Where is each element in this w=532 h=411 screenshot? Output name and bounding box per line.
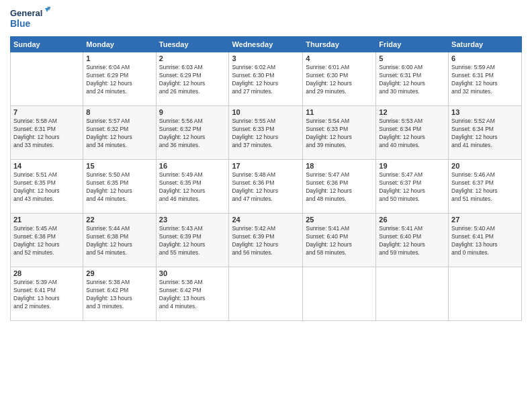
calendar-header-thursday: Thursday (303, 37, 376, 52)
day-number: 8 (86, 108, 152, 116)
day-number: 4 (306, 54, 373, 62)
day-number: 29 (86, 269, 152, 277)
day-info: Sunrise: 5:41 AM Sunset: 6:40 PM Dayligh… (306, 225, 373, 257)
svg-text:General: General (10, 8, 42, 18)
day-number: 16 (159, 162, 226, 170)
day-number: 24 (232, 216, 300, 224)
day-info: Sunrise: 5:48 AM Sunset: 6:36 PM Dayligh… (232, 171, 300, 203)
day-number: 10 (232, 108, 300, 116)
day-number: 6 (451, 54, 519, 62)
day-info: Sunrise: 5:46 AM Sunset: 6:37 PM Dayligh… (451, 171, 519, 203)
day-number: 30 (159, 269, 226, 277)
day-number: 17 (232, 162, 300, 170)
day-info: Sunrise: 5:51 AM Sunset: 6:35 PM Dayligh… (13, 171, 80, 203)
day-number: 1 (86, 54, 152, 62)
calendar-cell: 15Sunrise: 5:50 AM Sunset: 6:35 PM Dayli… (83, 160, 156, 214)
day-info: Sunrise: 6:03 AM Sunset: 6:29 PM Dayligh… (159, 64, 226, 96)
calendar-cell: 11Sunrise: 5:54 AM Sunset: 6:33 PM Dayli… (303, 106, 376, 160)
calendar-cell: 9Sunrise: 5:56 AM Sunset: 6:32 PM Daylig… (156, 106, 229, 160)
svg-text:Blue: Blue (10, 18, 31, 29)
day-number: 5 (379, 54, 445, 62)
day-number: 20 (451, 162, 519, 170)
calendar-cell: 5Sunrise: 6:00 AM Sunset: 6:31 PM Daylig… (376, 52, 449, 106)
day-info: Sunrise: 5:47 AM Sunset: 6:37 PM Dayligh… (379, 171, 445, 203)
calendar-cell (303, 267, 376, 321)
calendar-cell: 1Sunrise: 6:04 AM Sunset: 6:29 PM Daylig… (83, 52, 156, 106)
day-info: Sunrise: 6:01 AM Sunset: 6:30 PM Dayligh… (306, 64, 373, 96)
logo-icon: General Blue (10, 7, 50, 31)
calendar-week-row: 21Sunrise: 5:45 AM Sunset: 6:38 PM Dayli… (11, 214, 522, 267)
calendar-cell: 13Sunrise: 5:52 AM Sunset: 6:34 PM Dayli… (449, 106, 522, 160)
day-info: Sunrise: 5:56 AM Sunset: 6:32 PM Dayligh… (159, 118, 226, 150)
calendar-header-monday: Monday (83, 37, 156, 52)
calendar-cell (449, 267, 522, 321)
day-info: Sunrise: 5:54 AM Sunset: 6:33 PM Dayligh… (306, 118, 373, 150)
calendar-cell: 17Sunrise: 5:48 AM Sunset: 6:36 PM Dayli… (229, 160, 303, 214)
page: General Blue SundayMondayTuesdayWednesda… (0, 0, 532, 411)
calendar-cell: 4Sunrise: 6:01 AM Sunset: 6:30 PM Daylig… (303, 52, 376, 106)
calendar-cell: 28Sunrise: 5:39 AM Sunset: 6:41 PM Dayli… (11, 267, 83, 321)
day-info: Sunrise: 6:02 AM Sunset: 6:30 PM Dayligh… (232, 64, 300, 96)
day-info: Sunrise: 5:47 AM Sunset: 6:36 PM Dayligh… (306, 171, 373, 203)
day-info: Sunrise: 5:55 AM Sunset: 6:33 PM Dayligh… (232, 118, 300, 150)
day-info: Sunrise: 6:04 AM Sunset: 6:29 PM Dayligh… (86, 64, 152, 96)
calendar-cell: 26Sunrise: 5:41 AM Sunset: 6:40 PM Dayli… (376, 214, 449, 267)
calendar-header-wednesday: Wednesday (229, 37, 303, 52)
day-number: 19 (379, 162, 445, 170)
calendar-cell: 12Sunrise: 5:53 AM Sunset: 6:34 PM Dayli… (376, 106, 449, 160)
day-number: 28 (13, 269, 80, 277)
calendar-cell: 3Sunrise: 6:02 AM Sunset: 6:30 PM Daylig… (229, 52, 303, 106)
calendar-cell: 2Sunrise: 6:03 AM Sunset: 6:29 PM Daylig… (156, 52, 229, 106)
logo: General Blue (10, 7, 50, 31)
day-number: 22 (86, 216, 152, 224)
calendar-week-row: 1Sunrise: 6:04 AM Sunset: 6:29 PM Daylig… (11, 52, 522, 106)
day-info: Sunrise: 5:58 AM Sunset: 6:31 PM Dayligh… (13, 118, 80, 150)
calendar-cell: 20Sunrise: 5:46 AM Sunset: 6:37 PM Dayli… (449, 160, 522, 214)
day-info: Sunrise: 5:49 AM Sunset: 6:35 PM Dayligh… (159, 171, 226, 203)
calendar-cell: 14Sunrise: 5:51 AM Sunset: 6:35 PM Dayli… (11, 160, 83, 214)
calendar-cell: 30Sunrise: 5:38 AM Sunset: 6:42 PM Dayli… (156, 267, 229, 321)
calendar-cell: 29Sunrise: 5:38 AM Sunset: 6:42 PM Dayli… (83, 267, 156, 321)
day-number: 11 (306, 108, 373, 116)
calendar-cell (229, 267, 303, 321)
day-number: 3 (232, 54, 300, 62)
calendar-header-tuesday: Tuesday (156, 37, 229, 52)
calendar-cell: 7Sunrise: 5:58 AM Sunset: 6:31 PM Daylig… (11, 106, 83, 160)
calendar-cell: 22Sunrise: 5:44 AM Sunset: 6:38 PM Dayli… (83, 214, 156, 267)
day-number: 12 (379, 108, 445, 116)
calendar-header-friday: Friday (376, 37, 449, 52)
day-number: 21 (13, 216, 80, 224)
calendar-cell: 23Sunrise: 5:43 AM Sunset: 6:39 PM Dayli… (156, 214, 229, 267)
calendar-cell (11, 52, 83, 106)
calendar-cell: 8Sunrise: 5:57 AM Sunset: 6:32 PM Daylig… (83, 106, 156, 160)
calendar-header-row: SundayMondayTuesdayWednesdayThursdayFrid… (11, 37, 522, 52)
calendar-cell: 10Sunrise: 5:55 AM Sunset: 6:33 PM Dayli… (229, 106, 303, 160)
calendar-cell: 21Sunrise: 5:45 AM Sunset: 6:38 PM Dayli… (11, 214, 83, 267)
header: General Blue (10, 7, 522, 31)
day-info: Sunrise: 5:52 AM Sunset: 6:34 PM Dayligh… (451, 118, 519, 150)
calendar-cell: 19Sunrise: 5:47 AM Sunset: 6:37 PM Dayli… (376, 160, 449, 214)
day-info: Sunrise: 5:59 AM Sunset: 6:31 PM Dayligh… (451, 64, 519, 96)
day-number: 13 (451, 108, 519, 116)
day-number: 2 (159, 54, 226, 62)
day-info: Sunrise: 5:38 AM Sunset: 6:42 PM Dayligh… (159, 279, 226, 311)
day-info: Sunrise: 5:44 AM Sunset: 6:38 PM Dayligh… (86, 225, 152, 257)
calendar-cell (376, 267, 449, 321)
day-number: 27 (451, 216, 519, 224)
calendar-cell: 24Sunrise: 5:42 AM Sunset: 6:39 PM Dayli… (229, 214, 303, 267)
calendar-cell: 16Sunrise: 5:49 AM Sunset: 6:35 PM Dayli… (156, 160, 229, 214)
day-number: 18 (306, 162, 373, 170)
calendar-header-sunday: Sunday (11, 37, 83, 52)
calendar-header-saturday: Saturday (449, 37, 522, 52)
day-info: Sunrise: 5:38 AM Sunset: 6:42 PM Dayligh… (86, 279, 152, 311)
day-info: Sunrise: 5:53 AM Sunset: 6:34 PM Dayligh… (379, 118, 445, 150)
calendar-cell: 6Sunrise: 5:59 AM Sunset: 6:31 PM Daylig… (449, 52, 522, 106)
day-number: 9 (159, 108, 226, 116)
day-info: Sunrise: 5:45 AM Sunset: 6:38 PM Dayligh… (13, 225, 80, 257)
calendar-cell: 27Sunrise: 5:40 AM Sunset: 6:41 PM Dayli… (449, 214, 522, 267)
day-number: 15 (86, 162, 152, 170)
day-number: 14 (13, 162, 80, 170)
day-number: 7 (13, 108, 80, 116)
day-info: Sunrise: 5:41 AM Sunset: 6:40 PM Dayligh… (379, 225, 445, 257)
day-number: 25 (306, 216, 373, 224)
